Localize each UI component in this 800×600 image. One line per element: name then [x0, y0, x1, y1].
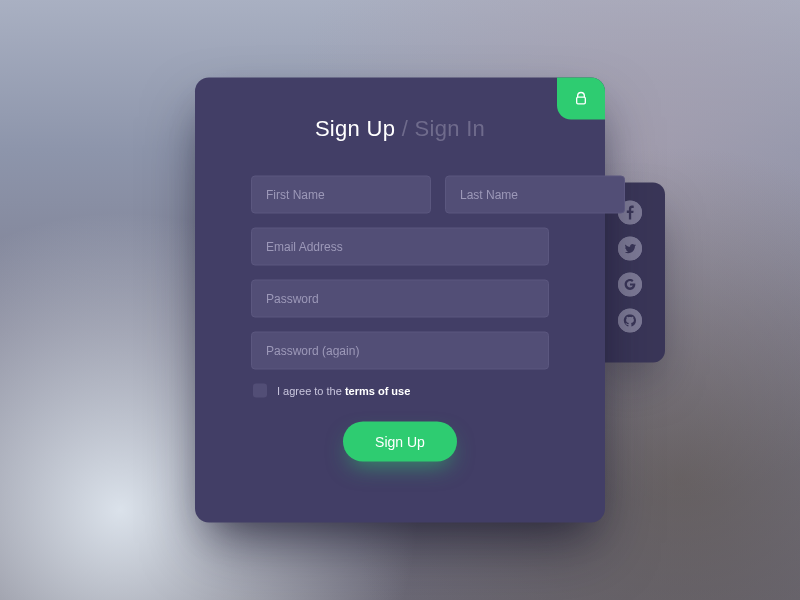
terms-row: I agree to the terms of use — [251, 384, 549, 398]
password-again-field[interactable] — [251, 332, 549, 370]
last-name-field[interactable] — [445, 176, 625, 214]
svg-rect-4 — [577, 97, 586, 104]
tab-signup[interactable]: Sign Up — [315, 116, 395, 141]
terms-link[interactable]: terms of use — [345, 385, 410, 397]
auth-tabs: Sign Up / Sign In — [251, 116, 549, 142]
terms-checkbox[interactable] — [253, 384, 267, 398]
google-icon[interactable] — [618, 273, 642, 297]
svg-point-3 — [618, 309, 642, 333]
modal-stage: Sign Up / Sign In I agree to the terms — [195, 78, 605, 523]
tab-separator: / — [402, 116, 408, 141]
twitter-icon[interactable] — [618, 237, 642, 261]
tab-signin[interactable]: Sign In — [415, 116, 486, 141]
first-name-field[interactable] — [251, 176, 431, 214]
terms-prefix: I agree to the — [277, 385, 345, 397]
github-icon[interactable] — [618, 309, 642, 333]
terms-label: I agree to the terms of use — [277, 385, 410, 397]
background: Sign Up / Sign In I agree to the terms — [0, 0, 800, 600]
lock-icon — [573, 91, 589, 107]
email-field[interactable] — [251, 228, 549, 266]
signup-button[interactable]: Sign Up — [343, 422, 457, 462]
signup-card: Sign Up / Sign In I agree to the terms — [195, 78, 605, 523]
password-field[interactable] — [251, 280, 549, 318]
lock-corner-button[interactable] — [557, 78, 605, 120]
